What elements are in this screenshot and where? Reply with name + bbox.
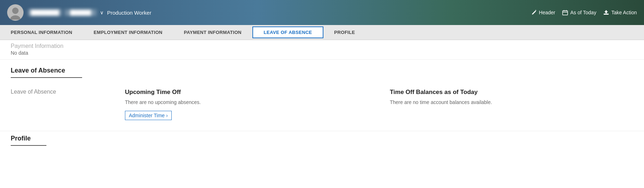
as-of-today-button[interactable]: As of Today [562,10,596,15]
svg-rect-2 [563,11,568,15]
administer-time-arrow: › [166,113,168,118]
tab-profile[interactable]: PROFILE [323,25,366,40]
take-action-label: Take Action [611,10,637,15]
header-label: Header [539,10,555,15]
user-name: ████████ [28,9,62,16]
take-action-button[interactable]: Take Action [603,10,637,15]
leave-section-title: Leave of Absence [11,67,82,78]
user-title: Production Worker [107,10,151,16]
tab-payment-information[interactable]: PAYMENT INFORMATION [173,25,252,40]
user-id: ( ██████ ) [64,9,97,16]
loa-content: Leave of Absence Upcoming Time Off There… [0,81,644,131]
svg-point-1 [10,15,20,20]
user-info: ████████ ( ██████ ) ∨ Production Worker [28,9,151,16]
administer-time-label: Administer Time [129,113,165,118]
prev-section-title: Payment Information [11,43,633,49]
tab-personal-information[interactable]: PERSONAL INFORMATION [0,25,83,40]
main-content: Payment Information No data Leave of Abs… [0,40,644,188]
leave-section-heading: Leave of Absence [0,60,644,81]
svg-marker-7 [604,10,608,13]
prev-section-nodata: No data [11,50,633,56]
loa-center-column: Upcoming Time Off There are no upcoming … [118,89,368,120]
profile-section-title: Profile [11,135,46,146]
chevron-down-icon[interactable]: ∨ [100,10,104,15]
svg-rect-6 [604,14,609,15]
as-of-today-label: As of Today [570,10,596,15]
avatar [7,4,24,21]
administer-time-button[interactable]: Administer Time › [125,111,172,120]
loa-left-title: Leave of Absence [11,89,56,95]
tab-employment-information[interactable]: EMPLOYMENT INFORMATION [83,25,173,40]
edit-icon [531,10,537,15]
loa-right-column: Time Off Balances as of Today There are … [368,89,633,120]
calendar-icon [562,10,568,15]
balances-title: Time Off Balances as of Today [390,89,633,96]
upload-icon [603,10,609,15]
balances-text: There are no time account balances avail… [390,99,633,105]
header-left: ████████ ( ██████ ) ∨ Production Worker [7,4,531,21]
header-button[interactable]: Header [531,10,555,15]
tab-leave-of-absence[interactable]: LEAVE OF ABSENCE [252,26,324,38]
header-right: Header As of Today Take Action [531,10,637,15]
upcoming-timeoff-text: There are no upcoming absences. [125,99,368,105]
header: ████████ ( ██████ ) ∨ Production Worker … [0,0,644,25]
upcoming-timeoff-title: Upcoming Time Off [125,89,368,96]
prev-section: Payment Information No data [0,40,644,60]
navigation-tabs: PERSONAL INFORMATION EMPLOYMENT INFORMAT… [0,25,644,40]
loa-left-column: Leave of Absence [11,89,118,120]
svg-point-0 [12,8,19,14]
profile-section: Profile [0,131,644,149]
